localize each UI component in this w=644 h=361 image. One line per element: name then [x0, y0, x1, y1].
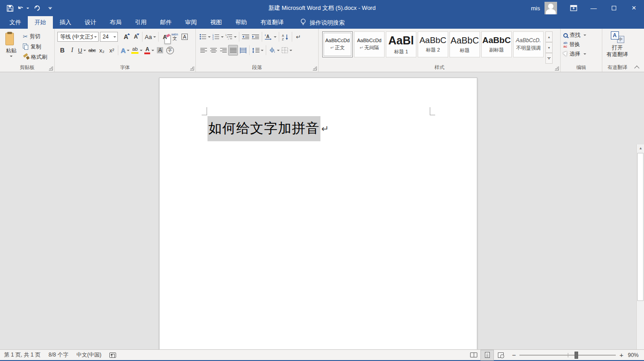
numbering-button[interactable]: 123 [212, 31, 225, 42]
paste-button[interactable]: 粘贴 [1, 30, 22, 64]
align-right-button[interactable] [218, 45, 228, 56]
find-button[interactable]: 查找 [563, 30, 601, 40]
strikethrough-button[interactable]: abc [87, 45, 97, 56]
tab-mailings[interactable]: 邮件 [153, 16, 178, 29]
align-center-button[interactable] [208, 45, 218, 56]
font-color-button[interactable]: A [143, 45, 155, 56]
tab-layout[interactable]: 布局 [103, 16, 128, 29]
increase-indent-button[interactable] [251, 31, 260, 42]
selected-text[interactable]: 如何给文字加拼音 [207, 116, 320, 141]
style-subtle-emphasis[interactable]: AaBbCcD. 不明显强调 [513, 31, 544, 57]
cut-button[interactable]: ✂ 剪切 [22, 31, 48, 41]
zoom-out-button[interactable]: − [512, 351, 516, 359]
tab-review[interactable]: 审阅 [178, 16, 203, 29]
undo-dropdown-caret[interactable] [26, 8, 29, 9]
read-mode-icon [470, 352, 477, 357]
subscript-button[interactable]: x₂ [97, 45, 107, 56]
tab-references[interactable]: 引用 [128, 16, 153, 29]
multilevel-list-button[interactable]: 1ai [225, 31, 238, 42]
tab-home[interactable]: 开始 [28, 16, 53, 29]
underline-button[interactable]: U [77, 45, 87, 56]
grow-font-button[interactable]: A [121, 31, 131, 42]
style-normal[interactable]: AaBbCcDd ↵正文 [322, 31, 353, 57]
maximize-button[interactable] [604, 0, 624, 16]
tab-insert[interactable]: 插入 [53, 16, 78, 29]
tell-me-search[interactable]: 操作说明搜索 [300, 18, 345, 29]
text-effects-button[interactable]: A [120, 45, 130, 56]
styles-more-icon[interactable]: ▼ [545, 53, 553, 64]
ribbon-display-options-icon[interactable] [563, 0, 583, 16]
decrease-indent-button[interactable] [241, 31, 251, 42]
tab-file[interactable]: 文件 [3, 16, 28, 29]
styles-dialog-launcher[interactable] [555, 66, 559, 70]
word-count[interactable]: 8/8 个字 [44, 350, 72, 361]
style-heading2[interactable]: AaBbC 标题 2 [418, 31, 448, 57]
bullets-button[interactable] [199, 31, 212, 42]
italic-button[interactable]: I [67, 45, 77, 56]
clear-formatting-button[interactable]: A [160, 31, 170, 42]
document-text-line[interactable]: 如何给文字加拼音 ↵ [207, 116, 329, 141]
tab-help[interactable]: 帮助 [229, 16, 254, 29]
align-left-button[interactable] [199, 45, 208, 56]
bold-button[interactable]: B [57, 45, 67, 56]
scrollbar-thumb[interactable] [637, 153, 644, 301]
scroll-up-icon[interactable]: ▲ [637, 144, 644, 152]
close-button[interactable]: × [624, 0, 644, 16]
style-subtitle[interactable]: AaBbC 副标题 [481, 31, 512, 57]
character-border-button[interactable]: A [180, 31, 190, 42]
zoom-slider[interactable] [519, 355, 616, 356]
superscript-button[interactable]: x² [107, 45, 117, 56]
sort-button[interactable]: AZ [281, 31, 290, 42]
input-status[interactable] [105, 350, 120, 361]
copy-button[interactable]: 复制 [22, 42, 48, 52]
print-layout-button[interactable] [480, 350, 494, 361]
language-indicator[interactable]: 中文(中国) [72, 350, 105, 361]
clipboard-dialog-launcher[interactable] [49, 66, 53, 70]
distributed-button[interactable] [238, 45, 248, 56]
line-spacing-button[interactable] [251, 45, 264, 56]
style-no-spacing[interactable]: AaBbCcDd ↵无间隔 [354, 31, 385, 57]
open-youdao-button[interactable]: 中 A 打开 有道翻译 [607, 30, 628, 58]
replace-button[interactable]: abac 替换 [563, 40, 601, 49]
page-indicator[interactable]: 第 1 页, 共 1 页 [0, 350, 44, 361]
web-layout-button[interactable] [494, 350, 507, 361]
enclose-characters-button[interactable]: 字 [165, 45, 175, 56]
shading-button[interactable] [268, 45, 281, 56]
zoom-slider-thumb[interactable] [575, 352, 578, 359]
minimize-button[interactable]: — [583, 0, 604, 16]
font-dialog-launcher[interactable] [190, 66, 194, 70]
document-page[interactable]: 如何给文字加拼音 ↵ [159, 78, 477, 350]
font-size-combo[interactable]: 24 [100, 32, 118, 42]
tab-view[interactable]: 视图 [203, 16, 229, 29]
customize-qat-button[interactable] [44, 2, 56, 14]
tab-youdao-translate[interactable]: 有道翻译 [254, 16, 290, 29]
paragraph-dialog-launcher[interactable] [313, 66, 317, 70]
collapse-ribbon-chevron-icon[interactable] [634, 65, 640, 70]
vertical-scrollbar[interactable]: ▲ ▼ [636, 144, 644, 350]
zoom-in-button[interactable]: + [619, 351, 623, 359]
character-shading-button[interactable]: A [155, 45, 165, 56]
undo-button[interactable] [17, 2, 30, 14]
style-title[interactable]: AaBbC 标题 [450, 31, 480, 57]
show-hide-marks-button[interactable]: ↵ [294, 31, 303, 42]
zoom-percentage[interactable]: 90% [628, 352, 644, 358]
save-button[interactable] [4, 2, 16, 14]
borders-button[interactable] [281, 45, 293, 56]
styles-scroll-up-icon[interactable]: ▲ [545, 31, 553, 42]
select-button[interactable]: 选择 [563, 49, 601, 59]
user-avatar[interactable] [545, 2, 557, 14]
change-case-button[interactable]: Aa [144, 31, 157, 42]
read-mode-button[interactable] [467, 350, 480, 361]
format-painter-button[interactable]: 格式刷 [22, 52, 48, 62]
phonetic-guide-button[interactable]: wén文 [170, 31, 180, 42]
text-highlight-button[interactable]: ab [130, 45, 143, 56]
justify-button[interactable] [228, 45, 238, 56]
redo-button[interactable] [30, 2, 43, 14]
style-heading1[interactable]: AaBl 标题 1 [386, 31, 416, 57]
signed-in-user[interactable]: mis [531, 5, 540, 12]
shrink-font-button[interactable]: A [131, 31, 141, 42]
tab-design[interactable]: 设计 [78, 16, 103, 29]
asian-layout-button[interactable]: A [264, 31, 277, 42]
font-name-combo[interactable]: 等线 (中文正文 [57, 32, 99, 42]
styles-scroll-down-icon[interactable]: ▼ [545, 42, 553, 53]
